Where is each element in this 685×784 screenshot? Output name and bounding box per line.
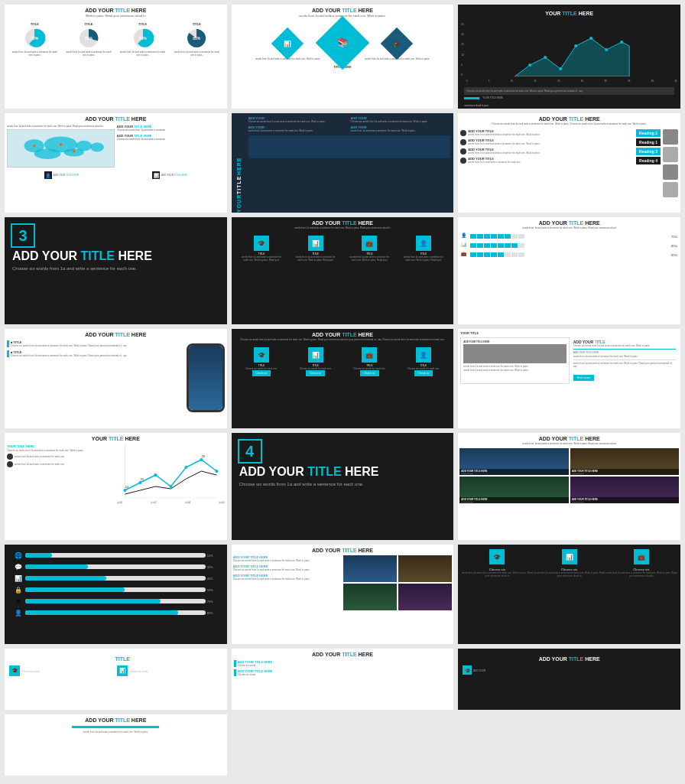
prog-item-5: 🖱 75% (14, 597, 218, 606)
item-4-1-1: ■ TITLE Choose six words from 1a and wri… (7, 340, 184, 347)
slide-1-2: ADD YOUR TITLE HERE words from 1a and wr… (232, 5, 454, 109)
svg-marker-4 (515, 38, 629, 76)
icon-item: 👤 TITLE words from 1a and write a senten… (402, 236, 446, 262)
right-badges: Reading 2 Reading 1 Reading 3 Reading 4 (570, 129, 678, 197)
slide-title-6-2: ADD YOUR TITLE HERE (232, 545, 454, 554)
slide-title-1-1: ADD YOUR TITLE HERE (5, 5, 227, 14)
slide-1-1: ADD YOUR TITLE HERE Work in pairs. Read … (5, 5, 227, 109)
content-4-3: ADD YOUR TITLE HERE words from 1a and wr… (458, 337, 680, 384)
slide-2-2: YOUR TITLE HERE ADD YOUR Choose six word… (232, 113, 454, 213)
tp-row-1: 👤 75% (461, 233, 677, 240)
slide-5-3: ADD YOUR TITLE HERE words from 1a and wr… (458, 433, 680, 540)
slide-6-2: ADD YOUR TITLE HERE ADD YOUR TITLE HERE … (232, 545, 454, 644)
work-pairs-btn[interactable]: Work in pairs (573, 375, 594, 381)
map-right: ADD YOUR TITLE HERE Choose six words fro… (117, 125, 225, 168)
icon-grid-4-2: 🎓 TITLE Choose six words for each one. C… (232, 343, 454, 381)
icon-col-2: 📊 Choose six words from 1a and write a s… (534, 549, 605, 577)
content-6-2: ADD YOUR TITLE HERE Choose six words fro… (232, 554, 454, 612)
left-col-4-3: ADD YOUR TITLE HERE words from 1a and wr… (460, 337, 569, 384)
vertical-title: YOUR TITLE HERE (236, 113, 242, 213)
phone-area (187, 340, 225, 415)
city-img-1 (343, 555, 397, 582)
phone-mockup (187, 343, 225, 412)
left-text: ■ TITLE Choose six words from 1a and wri… (7, 340, 184, 415)
choose-btn-4[interactable]: Choose six (414, 370, 433, 376)
bottom-row-icons: 🎓 ADD YOUR (463, 665, 676, 676)
icon-item: 📊 TITLE words from 1a and write a senten… (294, 236, 337, 262)
img-col-6-2 (343, 555, 452, 610)
big-desc: Choose six words from 1a and write a sen… (12, 266, 219, 271)
diamond-1: 📊 (271, 28, 304, 60)
footer-note: sentences aloud to your (458, 102, 680, 109)
icon-item-4-2: 🎓 TITLE Choose six words for each one. C… (240, 347, 284, 376)
pie-item: TITLE 65% words from 1a and write a sent… (65, 22, 112, 57)
left-items: ADD YOUR TITLE words from 1a to add and … (460, 129, 568, 197)
big-title: ADD YOUR TITLE HERE (12, 249, 219, 263)
pie-item: TITLE 75% words from 1a and write a sent… (11, 22, 58, 57)
footer-text: Choose six words from 1a and write a sen… (464, 87, 674, 95)
city-img-4 (398, 584, 452, 610)
chart-5-1: 24 20 28 实例1实例2实例3实例4 (117, 444, 225, 504)
legend: YOUR TITLE HERE (464, 96, 674, 99)
content-4-1: ■ TITLE Choose six words from 1a and wri… (5, 338, 227, 418)
content-area: ADD YOUR Choose six words from 1a and wr… (245, 113, 454, 161)
slide-title-3-3: ADD YOUR TITLE HERE (458, 217, 680, 226)
chart-x-labels: 实例1实例2实例3实例4 (117, 501, 225, 504)
pie-chart-1: 75% (24, 28, 45, 49)
icon-item: 💼 TITLE words from 1a and write a senten… (348, 236, 391, 262)
slide-7-2: ADD YOUR TITLE HERE ADD YOUR TITLE HERE … (232, 649, 454, 710)
pie-chart-2: 65% (78, 28, 99, 49)
slide-4-1: ADD YOUR TITLE HERE ■ TITLE Choose six w… (5, 329, 227, 428)
content-7-2: ADD YOUR TITLE HERE Choose six words ADD… (232, 658, 454, 678)
big-title-area: ADD YOUR TITLE HERE Choose six words fro… (5, 217, 227, 278)
right-col-4-3: ADD YOUR TITLE Choose six words from 1a … (571, 337, 678, 384)
svg-point-28 (200, 458, 203, 461)
prog-item-3: 📊 45% (14, 574, 218, 583)
choose-btn-2[interactable]: Choose six (306, 370, 325, 376)
slide-subtitle-1-1: Work in pairs. Read your sentences aloud… (5, 14, 227, 19)
content-8-1: ADD YOUR TITLE HERE 🎓 ADD YOUR (458, 649, 680, 681)
svg-point-29 (215, 470, 218, 473)
choose-btn-3[interactable]: Choose six (360, 370, 379, 376)
item-1: ADD YOUR TITLE words from 1a to add and … (460, 129, 568, 136)
grid-item-2: ADD YOUR Choose six words from 1a and wr… (350, 116, 450, 123)
slide-4-3: YOUR TITLE ADD YOUR TITLE HERE words fro… (458, 329, 680, 428)
grid-item-4: ADD YOUR words from 1a and write a sente… (350, 125, 450, 132)
slide-4-2: ADD YOUR TITLE HERE Choose six words fro… (232, 329, 454, 428)
bottom-item-2: 📊 ADD YOUR TITLE HERE (152, 171, 187, 179)
slide-1-3: YOUR TITLE HERE 25 20 15 10 5 0 (458, 5, 680, 109)
svg-point-19 (60, 143, 62, 145)
slide-title-5-1: YOUR TITLE HERE (5, 433, 227, 442)
svg-point-20 (73, 150, 75, 152)
legend-line (464, 97, 479, 99)
diamond-left: 📊 words from 1a and write a sentence for… (255, 32, 320, 60)
slide-5-2: 4 ADD YOUR TITLE HERE Choose six words f… (232, 433, 454, 540)
big-title-4: ADD YOUR TITLE HERE (239, 465, 446, 479)
reading-content: ADD YOUR TITLE words from 1a to add and … (458, 127, 680, 200)
img-1 (463, 344, 566, 363)
svg-point-25 (154, 473, 157, 477)
big-desc-4: Choose six words from 1a and write a sen… (239, 482, 446, 486)
slide-title-4-2: ADD YOUR TITLE HERE (232, 329, 454, 338)
icon-col-1: 🎓 Choose six words from 1a and write a s… (461, 549, 533, 577)
x-axis: 051015202530354045 (466, 80, 677, 83)
svg-text:20: 20 (140, 477, 144, 481)
svg-point-9 (589, 37, 592, 40)
slide-6-3: 🎓 Choose six words from 1a and write a s… (458, 545, 680, 644)
header-4-3: YOUR TITLE (458, 329, 680, 337)
diamond-area: 📊 words from 1a and write a sentence for… (232, 19, 454, 73)
icon-row-6-3: 🎓 Choose six words from 1a and write a s… (458, 545, 680, 579)
city-img-3 (343, 584, 397, 610)
svg-point-26 (169, 485, 172, 488)
city-img-2 (398, 555, 452, 582)
slide-2-1: ADD YOUR TITLE HERE words from 1a and wr… (5, 113, 227, 213)
item-3: ADD YOUR TITLE words from 1a to add and … (460, 148, 568, 155)
dark-progress: 🌐 15% 💬 35% 📊 45% 🔒 55% 🖱 (8, 548, 224, 623)
tp-row-3: 💼 65% (461, 251, 677, 259)
accent-bar (72, 726, 159, 728)
map-content: words from 1a and write a sentence for e… (5, 122, 227, 170)
bottom-item: 👤 ADD YOUR TITLE HERE (44, 171, 80, 179)
slide-8-2: ADD YOUR TITLE HERE words from 1a and wr… (5, 714, 227, 776)
divider (573, 349, 676, 350)
choose-btn-1[interactable]: Choose six (252, 370, 271, 376)
